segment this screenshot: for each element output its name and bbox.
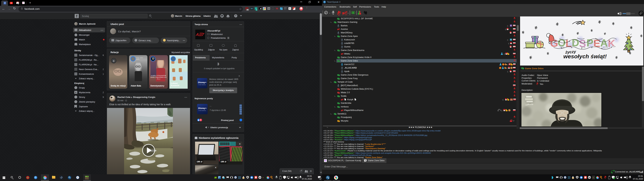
svg-text:فلسطين: فلسطين [526, 103, 533, 106]
svg-text:G: G [550, 37, 558, 49]
svg-text:wesołych świąt!: wesołych świąt! [563, 53, 607, 60]
svg-text:L: L [566, 38, 572, 49]
